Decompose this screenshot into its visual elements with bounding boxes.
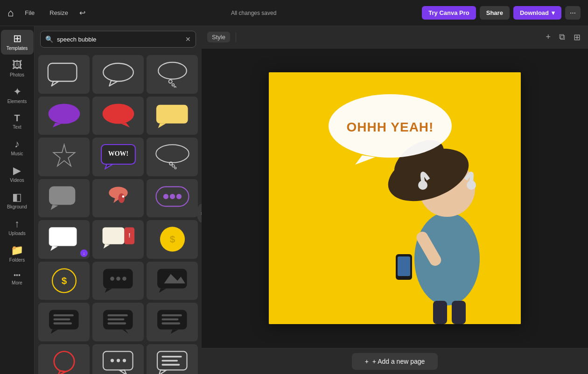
list-item[interactable] [147,97,198,135]
add-icon[interactable]: + [544,30,553,44]
list-item[interactable] [147,55,198,94]
list-item[interactable]: $ [147,220,198,259]
list-item[interactable] [38,179,90,218]
svg-rect-53 [53,314,73,316]
svg-marker-1 [51,82,58,86]
elements-grid: WOW! [35,52,202,374]
music-icon: ♪ [14,139,20,149]
add-page-label: + Add a new page [372,358,425,365]
svg-rect-32 [49,228,77,246]
sidebar-item-more[interactable]: ••• More [1,268,34,289]
svg-point-78 [414,212,480,305]
sidebar-item-folders[interactable]: 📁 Folders [1,242,34,266]
list-item[interactable] [92,97,144,135]
list-item[interactable] [38,303,90,341]
home-icon[interactable]: ⌂ [7,7,14,19]
list-item[interactable] [147,303,198,341]
list-item[interactable]: ! [92,220,144,259]
sidebar-item-text[interactable]: T Text [1,110,34,133]
add-page-button[interactable]: + + Add a new page [352,353,438,370]
sidebar-item-photos[interactable]: 🖼 Photos [1,56,34,81]
sidebar-item-templates[interactable]: ⊞ Templates [1,30,34,55]
svg-rect-55 [53,323,72,325]
sidebar-item-background[interactable]: ◧ Bkground [1,188,34,213]
download-button[interactable]: Download ▾ [513,6,561,20]
svg-point-7 [174,87,176,88]
sidebar-label-text: Text [13,125,21,130]
search-panel: 🔍 ✕ [35,26,202,374]
clear-icon[interactable]: ✕ [185,35,191,43]
list-item[interactable] [38,344,90,374]
grid-icon[interactable]: ⊞ [572,30,582,44]
svg-rect-87 [433,301,447,324]
nav-resize[interactable]: Resize [46,7,72,18]
try-pro-button[interactable]: Try Canva Pro [422,6,476,20]
svg-text:!: ! [128,232,130,239]
list-item[interactable]: ↓ [38,220,90,259]
list-item[interactable] [147,179,198,218]
list-item[interactable] [147,344,198,374]
sidebar-item-elements[interactable]: ✦ Elements [1,83,34,108]
svg-point-5 [168,80,172,83]
style-button[interactable]: Style [207,32,230,42]
list-item[interactable]: $ [38,262,90,300]
text-icon: T [14,113,20,123]
svg-rect-65 [161,323,180,325]
toolbar-separator [236,33,236,42]
search-input[interactable] [57,36,182,43]
sidebar-label-more: More [12,280,22,285]
svg-marker-14 [53,145,75,166]
sidebar-item-music[interactable]: ♪ Music [1,135,34,160]
sidebar-label-templates: Templates [7,46,28,51]
list-item[interactable] [92,262,144,300]
list-item[interactable] [147,138,198,176]
svg-point-26 [118,193,125,203]
sidebar-label-elements: Elements [7,99,27,104]
svg-text:WOW!: WOW! [108,151,128,158]
svg-marker-90 [355,155,375,165]
svg-text:$: $ [169,234,175,244]
sidebar-item-uploads[interactable]: ↑ Uploads [1,215,34,240]
svg-rect-77 [161,364,180,366]
uploads-icon: ↑ [14,219,20,229]
copy-icon[interactable]: ⧉ [557,30,567,44]
svg-point-4 [158,62,187,79]
sidebar-label-videos: Videos [10,178,24,183]
list-item[interactable] [38,55,90,94]
svg-marker-67 [58,371,66,374]
svg-rect-64 [161,319,178,320]
sidebar-label-uploads: Uploads [8,231,26,236]
background-icon: ◧ [12,192,22,202]
canvas-header-icons: + ⧉ ⊞ [544,30,582,44]
svg-point-27 [122,195,124,198]
search-wrap: 🔍 ✕ [35,26,202,52]
plus-icon: + [365,358,369,365]
list-item[interactable] [38,138,90,176]
undo-icon[interactable]: ↩ [79,8,85,17]
svg-point-31 [176,194,181,199]
svg-point-47 [122,277,126,281]
more-button[interactable]: ⋯ [565,6,581,20]
download-label: Download [520,9,549,16]
list-item[interactable] [92,303,144,341]
canvas-area: Style + ⧉ ⊞ [202,26,588,374]
speech-bubble[interactable]: OHHH YEAH! [325,91,455,166]
nav-file[interactable]: File [21,7,38,18]
sidebar-label-photos: Photos [10,72,24,77]
svg-point-10 [102,104,134,124]
svg-rect-60 [107,323,126,325]
share-button[interactable]: Share [480,6,510,20]
elements-icon: ✦ [13,87,21,97]
canvas-page[interactable]: OHHH YEAH! [269,72,521,324]
sidebar-label-music: Music [11,151,23,156]
list-item[interactable] [147,262,198,300]
list-item[interactable] [92,179,144,218]
svg-rect-22 [49,186,75,205]
svg-rect-0 [48,63,77,82]
list-item[interactable]: WOW! [92,138,144,176]
list-item[interactable] [92,55,144,94]
chevron-down-icon: ▾ [552,9,555,16]
sidebar-item-videos[interactable]: ▶ Videos [1,162,34,187]
list-item[interactable] [38,97,90,135]
list-item[interactable] [92,344,144,374]
